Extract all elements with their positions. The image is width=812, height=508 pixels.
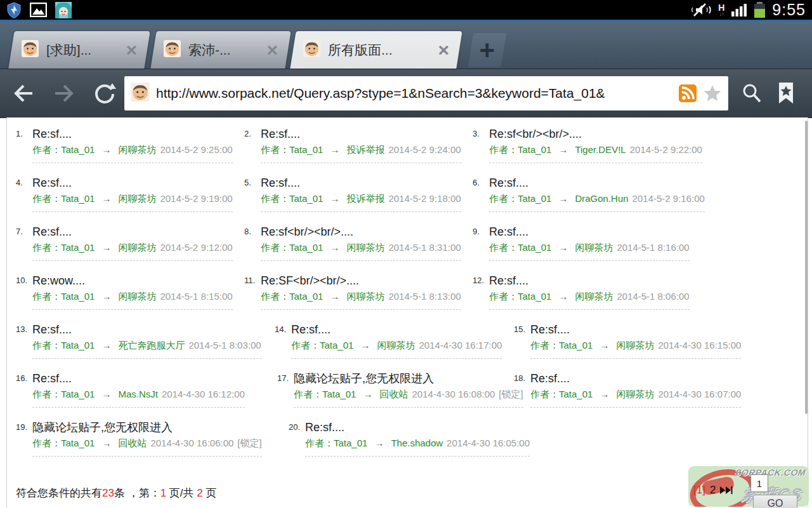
result-forum-link[interactable]: The.shadow xyxy=(391,438,443,448)
result-item: 3. Re:sf<br/><br/>.... 作者：Tata_01→Tiger.… xyxy=(473,127,701,163)
result-title-link[interactable]: Re:sf.... xyxy=(32,127,233,142)
result-author-link[interactable]: 作者：Tata_01 xyxy=(261,242,323,253)
bookmark-icon[interactable] xyxy=(774,83,798,104)
result-title-link[interactable]: Re:sf.... xyxy=(32,371,245,386)
result-title-link[interactable]: Re:wow.... xyxy=(32,274,233,288)
forward-button[interactable] xyxy=(52,83,76,104)
page-2-link[interactable]: 2 xyxy=(710,484,716,497)
result-author-link[interactable]: 作者：Tata_01 xyxy=(261,144,323,155)
result-title-link[interactable]: Re:sf<br/><br/>.... xyxy=(261,225,461,239)
result-title-link[interactable]: Re:sf.... xyxy=(305,420,530,435)
arrow-icon: → xyxy=(330,144,339,155)
result-title-link[interactable]: Re:sf.... xyxy=(261,127,461,142)
results-row: 13. Re:sf.... 作者：Tata_01→死亡奔跑服大厅2014-5-1… xyxy=(16,323,808,361)
result-forum-link[interactable]: 闲聊茶坊 xyxy=(346,291,384,302)
result-forum-link[interactable]: 死亡奔跑服大厅 xyxy=(118,340,185,351)
result-title-link[interactable]: Re:sf.... xyxy=(32,225,233,239)
close-icon[interactable]: × xyxy=(122,41,141,60)
result-title-link[interactable]: Re:sf.... xyxy=(489,274,690,288)
result-forum-link[interactable]: DraGon.Hun xyxy=(575,193,628,204)
result-author-link[interactable]: 作者：Tata_01 xyxy=(530,340,593,351)
result-author-link[interactable]: 作者：Tata_01 xyxy=(261,291,323,302)
result-date: 2014-5-1 8:16:00 xyxy=(617,242,689,253)
result-item: 19. 隐藏论坛贴子,您无权限进入 作者：Tata_01→回收站2014-4-3… xyxy=(16,420,289,457)
result-title-link[interactable]: Re:sf.... xyxy=(261,176,461,190)
go-button[interactable]: GO xyxy=(753,495,797,508)
result-forum-link[interactable]: 回收站 xyxy=(118,438,147,448)
tab-2[interactable]: 索沛-... × xyxy=(150,31,291,69)
result-author-link[interactable]: 作者：Tata_01 xyxy=(32,389,95,399)
arrow-icon: → xyxy=(102,291,111,302)
result-title-link[interactable]: Re:sf.... xyxy=(489,176,705,190)
result-number: 2. xyxy=(244,127,261,138)
result-author-link[interactable]: 作者：Tata_01 xyxy=(489,193,551,204)
tab-1[interactable]: [求助]... × xyxy=(8,31,150,69)
page-jump-input[interactable] xyxy=(750,474,768,492)
result-item: 17. 隐藏论坛贴子,您无权限进入 作者：Tata_01→回收站2014-4-3… xyxy=(277,371,514,408)
result-author-link[interactable]: 作者：Tata_01 xyxy=(32,193,95,204)
result-forum-link[interactable]: 闲聊茶坊 xyxy=(346,242,384,253)
result-author-link[interactable]: 作者：Tata_01 xyxy=(32,340,95,351)
rss-icon[interactable] xyxy=(679,84,697,102)
back-button[interactable] xyxy=(11,83,36,104)
result-forum-link[interactable]: 闲聊茶坊 xyxy=(118,144,156,155)
result-author-link[interactable]: 作者：Tata_01 xyxy=(489,242,551,253)
result-forum-link[interactable]: 闲聊茶坊 xyxy=(575,291,613,302)
refresh-button[interactable] xyxy=(93,82,117,105)
result-title-link[interactable]: 隐藏论坛贴子,您无权限进入 xyxy=(294,371,523,386)
result-title-link[interactable]: Re:sf.... xyxy=(530,371,741,386)
tab-3-active[interactable]: 所有版面... × xyxy=(290,31,462,69)
url-text[interactable]: http://www.sorpack.net/Query.asp?stype=1… xyxy=(156,86,672,101)
result-title-link[interactable]: Re:sf.... xyxy=(32,323,261,337)
star-icon[interactable] xyxy=(703,84,722,103)
result-forum-link[interactable]: 闲聊茶坊 xyxy=(616,340,654,351)
result-number: 3. xyxy=(473,127,489,138)
result-date: 2014-5-2 9:22:00 xyxy=(630,144,702,155)
result-author-link[interactable]: 作者：Tata_01 xyxy=(291,340,353,351)
scrollbar[interactable] xyxy=(805,121,808,414)
result-title-link[interactable]: Re:sf.... xyxy=(291,323,502,337)
result-title-link[interactable]: Re:SF<br/><br/>.... xyxy=(261,274,461,288)
close-icon[interactable]: × xyxy=(263,41,282,60)
search-icon[interactable] xyxy=(740,83,764,104)
new-tab-button[interactable]: + xyxy=(468,33,507,67)
result-title-link[interactable]: Re:sf.... xyxy=(530,323,741,337)
result-forum-link[interactable]: 闲聊茶坊 xyxy=(118,242,156,253)
result-forum-link[interactable]: 投诉举报 xyxy=(346,193,384,204)
result-author-link[interactable]: 作者：Tata_01 xyxy=(32,291,95,302)
result-forum-link[interactable]: 闲聊茶坊 xyxy=(377,340,415,351)
result-forum-link[interactable]: 闲聊茶坊 xyxy=(118,193,156,204)
result-forum-link[interactable]: 闲聊茶坊 xyxy=(118,291,156,302)
result-author-link[interactable]: 作者：Tata_01 xyxy=(32,242,95,253)
result-forum-link[interactable]: Tiger.DEV!L xyxy=(575,144,625,155)
result-item: 9. Re:sf.... 作者：Tata_01→闲聊茶坊2014-5-1 8:1… xyxy=(473,225,701,261)
result-title-link[interactable]: Re:sf<br/><br/>.... xyxy=(489,127,702,142)
result-number: 15. xyxy=(514,323,530,334)
next-pages-icon[interactable] xyxy=(720,486,733,494)
result-author-link[interactable]: 作者：Tata_01 xyxy=(32,438,95,448)
url-field[interactable]: http://www.sorpack.net/Query.asp?stype=1… xyxy=(124,76,728,110)
tab-bar: [求助]... × 索沛-... × 所有版面... × xyxy=(0,22,812,69)
site-favicon xyxy=(303,40,320,60)
result-author-link[interactable]: 作者：Tata_01 xyxy=(261,193,323,204)
result-forum-link[interactable]: 回收站 xyxy=(379,389,408,399)
result-forum-link[interactable]: 闲聊茶坊 xyxy=(575,242,613,253)
result-title-link[interactable]: Re:sf.... xyxy=(32,176,233,190)
result-number: 11. xyxy=(244,274,261,285)
result-author-link[interactable]: 作者：Tata_01 xyxy=(305,438,367,448)
result-forum-link[interactable]: Mas.NsJt xyxy=(118,389,158,399)
result-item: 13. Re:sf.... 作者：Tata_01→死亡奔跑服大厅2014-5-1… xyxy=(16,323,275,359)
locked-badge: [锁定] xyxy=(237,438,261,448)
result-title-link[interactable]: Re:sf.... xyxy=(489,225,690,239)
result-title-link[interactable]: 隐藏论坛贴子,您无权限进入 xyxy=(32,420,262,435)
result-item: 18. Re:sf.... 作者：Tata_01→闲聊茶坊2014-4-30 1… xyxy=(514,371,741,408)
result-author-link[interactable]: 作者：Tata_01 xyxy=(530,389,593,399)
result-author-link[interactable]: 作者：Tata_01 xyxy=(489,144,551,155)
result-forum-link[interactable]: 投诉举报 xyxy=(346,144,384,155)
close-icon[interactable]: × xyxy=(434,41,453,60)
result-author-link[interactable]: 作者：Tata_01 xyxy=(489,291,551,302)
result-number: 10. xyxy=(16,274,32,285)
result-forum-link[interactable]: 闲聊茶坊 xyxy=(616,389,654,399)
result-author-link[interactable]: 作者：Tata_01 xyxy=(32,144,95,155)
result-author-link[interactable]: 作者：Tata_01 xyxy=(294,389,356,399)
